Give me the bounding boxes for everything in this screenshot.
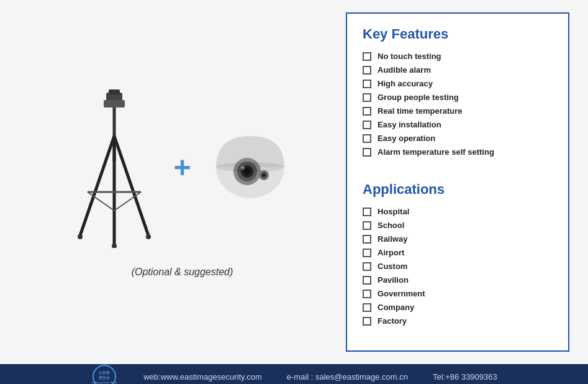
- checkbox-icon: [363, 276, 371, 285]
- application-item: Government: [363, 289, 553, 298]
- equipment-area: +: [74, 86, 290, 248]
- checkbox-icon: [363, 249, 371, 257]
- checkbox-icon: [363, 317, 371, 326]
- checkbox-icon: [363, 148, 371, 157]
- checkbox-icon: [363, 221, 371, 230]
- applications-list: HospitalSchoolRailwayAirportCustomPavili…: [363, 207, 553, 326]
- dome-camera-image: [210, 127, 291, 208]
- footer-web: web:www.eastimagesecurity.com: [143, 372, 262, 382]
- application-text: Custom: [378, 262, 407, 271]
- checkbox-icon: [363, 134, 371, 143]
- application-text: Company: [378, 303, 414, 312]
- features-list: No touch testingAudible alarmHigh accura…: [363, 52, 553, 157]
- footer-tel: Tel:+86 33909363: [433, 372, 497, 382]
- checkbox-icon: [363, 52, 371, 61]
- plus-icon: +: [173, 150, 191, 185]
- checkbox-icon: [363, 93, 371, 102]
- svg-point-8: [146, 234, 151, 239]
- feature-text: High accuracy: [378, 79, 433, 88]
- application-item: Custom: [363, 262, 553, 271]
- application-item: Railway: [363, 234, 553, 244]
- feature-item: Group people testing: [363, 93, 553, 102]
- checkbox-icon: [363, 107, 371, 116]
- svg-rect-12: [104, 100, 125, 107]
- checkbox-icon: [363, 303, 371, 312]
- application-item: Hospital: [363, 207, 553, 216]
- application-text: Government: [378, 289, 425, 298]
- checkbox-icon: [363, 80, 371, 88]
- checkbox-icon: [363, 121, 371, 129]
- checkbox-icon: [363, 208, 371, 216]
- application-text: Hospital: [378, 207, 409, 216]
- svg-point-6: [78, 234, 83, 239]
- svg-text:更安全: 更安全: [98, 375, 111, 380]
- feature-item: Easy installation: [363, 120, 553, 129]
- feature-item: High accuracy: [363, 79, 553, 88]
- feature-text: No touch testing: [378, 52, 441, 61]
- tripod-image: [74, 86, 155, 248]
- application-text: Factory: [378, 316, 407, 326]
- feature-text: Easy installation: [378, 120, 441, 129]
- features-title: Key Features: [363, 26, 553, 42]
- applications-title: Applications: [363, 181, 553, 198]
- footer-email: e-mail : sales@eastimage.com.cn: [287, 372, 408, 382]
- feature-item: Alarm temperature self setting: [363, 147, 553, 157]
- footer-logo: 让世界 更安全 Building A Safer World: [91, 364, 119, 384]
- feature-text: Group people testing: [378, 93, 459, 102]
- right-panel: Key Features No touch testingAudible ala…: [346, 12, 569, 352]
- optional-label: (Optional & suggested): [132, 267, 233, 278]
- checkbox-icon: [363, 235, 371, 244]
- application-item: School: [363, 221, 553, 230]
- feature-item: No touch testing: [363, 52, 553, 61]
- application-item: Factory: [363, 316, 553, 326]
- application-item: Pavilion: [363, 275, 553, 285]
- svg-point-22: [216, 162, 284, 172]
- feature-item: Easy operation: [363, 134, 553, 143]
- application-item: Company: [363, 303, 553, 312]
- checkbox-icon: [363, 66, 371, 75]
- feature-text: Alarm temperature self setting: [378, 147, 494, 157]
- application-text: Pavilion: [378, 275, 409, 285]
- svg-point-7: [112, 244, 117, 248]
- feature-text: Real time temperature: [378, 106, 463, 116]
- feature-item: Real time temperature: [363, 106, 553, 116]
- application-text: Airport: [378, 248, 404, 257]
- feature-item: Audible alarm: [363, 65, 553, 75]
- svg-rect-1: [109, 89, 120, 94]
- feature-text: Easy operation: [378, 134, 435, 143]
- svg-line-5: [114, 136, 148, 235]
- svg-line-3: [80, 136, 114, 235]
- application-text: School: [378, 221, 404, 230]
- svg-text:Building A Safer World: Building A Safer World: [92, 381, 117, 384]
- checkbox-icon: [363, 262, 371, 271]
- application-text: Railway: [378, 234, 407, 244]
- application-item: Airport: [363, 248, 553, 257]
- left-panel: +: [19, 12, 346, 352]
- svg-point-20: [263, 174, 265, 176]
- feature-text: Audible alarm: [378, 65, 431, 75]
- checkbox-icon: [363, 290, 371, 298]
- svg-text:让世界: 让世界: [99, 370, 111, 375]
- footer: 让世界 更安全 Building A Safer World web:www.e…: [0, 364, 588, 384]
